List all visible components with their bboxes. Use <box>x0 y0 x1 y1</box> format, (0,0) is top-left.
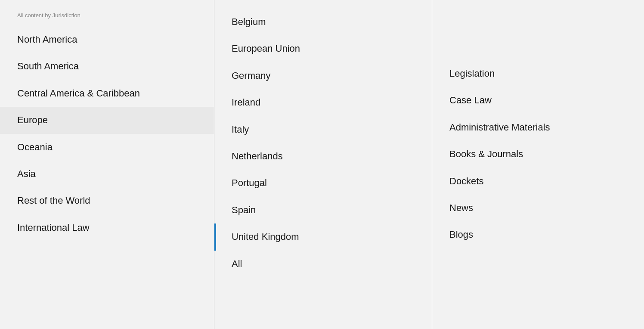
content-type-item[interactable]: Administrative Materials <box>449 114 635 141</box>
country-item[interactable]: Netherlands <box>232 143 423 170</box>
region-item[interactable]: Central America & Caribbean <box>17 80 205 107</box>
content-type-column: LegislationCase LawAdministrative Materi… <box>432 0 644 329</box>
region-item[interactable]: Europe <box>0 107 214 133</box>
country-list: BelgiumEuropean UnionGermanyIrelandItaly… <box>232 9 423 277</box>
region-item[interactable]: Oceania <box>17 134 205 161</box>
country-item[interactable]: Germany <box>232 62 423 89</box>
region-column: All content by Jurisdiction North Americ… <box>0 0 214 329</box>
region-item[interactable]: Rest of the World <box>17 187 205 214</box>
region-item[interactable]: International Law <box>17 214 205 241</box>
content-type-item[interactable]: News <box>449 195 635 221</box>
content-type-item[interactable]: Blogs <box>449 221 635 248</box>
country-item[interactable]: United Kingdom <box>232 223 423 250</box>
menu-container: All content by Jurisdiction North Americ… <box>0 0 644 329</box>
region-item[interactable]: South America <box>17 53 205 80</box>
region-item[interactable]: North America <box>17 26 205 53</box>
country-item[interactable]: Portugal <box>232 170 423 196</box>
content-type-item[interactable]: Dockets <box>449 168 635 195</box>
country-item[interactable]: Italy <box>232 116 423 143</box>
country-column: BelgiumEuropean UnionGermanyIrelandItaly… <box>214 0 432 329</box>
region-list: North AmericaSouth AmericaCentral Americ… <box>17 26 205 241</box>
section-label: All content by Jurisdiction <box>17 12 205 19</box>
country-item[interactable]: All <box>232 251 423 277</box>
country-item[interactable]: Belgium <box>232 9 423 35</box>
country-item[interactable]: European Union <box>232 35 423 62</box>
region-item[interactable]: Asia <box>17 161 205 187</box>
content-type-item[interactable]: Books & Journals <box>449 141 635 168</box>
content-type-list: LegislationCase LawAdministrative Materi… <box>449 9 635 248</box>
country-item[interactable]: Ireland <box>232 89 423 116</box>
content-type-item[interactable]: Legislation <box>449 60 635 87</box>
country-item[interactable]: Spain <box>232 197 423 223</box>
content-type-item[interactable]: Case Law <box>449 87 635 114</box>
